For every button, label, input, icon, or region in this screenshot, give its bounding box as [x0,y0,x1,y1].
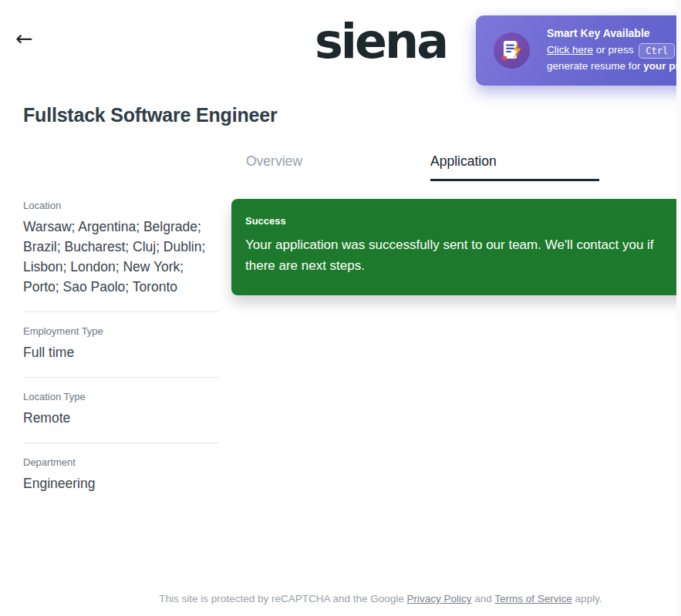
sidebar-section-department: Department Engineering [23,456,218,493]
sidebar-section-employment-type: Employment Type Full time [23,325,218,362]
smart-key-shortcut-line: Click here or press Ctrl+Q [547,42,676,59]
recaptcha-notice: This site is protected by reCAPTCHA and … [0,593,676,604]
active-tab-indicator [430,179,599,181]
smart-key-banner: Smart Key Available Click here or press … [476,15,676,86]
scrollbar-track[interactable] [676,0,681,616]
and-text: and [472,593,495,604]
apply-text: apply. [572,593,602,604]
employment-type-label: Employment Type [23,325,218,337]
location-value: Warsaw; Argentina; Belgrade; Brazil; Buc… [23,217,218,297]
tab-overview[interactable]: Overview [246,153,302,170]
job-details-sidebar: Location Warsaw; Argentina; Belgrade; Br… [23,200,218,493]
location-label: Location [23,200,218,211]
department-value: Engineering [23,473,218,493]
success-alert-message-line-2: there are next steps. [245,255,676,276]
employment-type-value: Full time [23,342,218,362]
click-here-link[interactable]: Click here [547,44,593,56]
privacy-policy-link[interactable]: Privacy Policy [407,593,472,604]
page-viewport: ← siena Smart Key Available Click here o… [0,0,676,616]
your-profile-text: your profile [643,60,676,72]
ctrl-key-badge: Ctrl [639,43,675,59]
sidebar-divider [23,377,218,378]
tab-application[interactable]: Application [430,153,497,170]
terms-of-service-link[interactable]: Terms of Service [494,593,572,604]
smart-key-title: Smart Key Available [547,27,676,39]
press-text: or press [593,44,636,56]
recaptcha-text: This site is protected by reCAPTCHA and … [159,593,406,604]
smart-key-text: Smart Key Available Click here or press … [547,27,676,74]
sidebar-divider [23,443,218,443]
success-alert: Success Your application was successfull… [231,199,676,295]
generate-resume-text: generate resume for [547,60,643,72]
location-type-label: Location Type [23,391,218,402]
sidebar-divider [23,311,218,312]
content-wrapper: ← siena Smart Key Available Click here o… [0,0,676,616]
location-type-value: Remote [23,408,218,428]
sidebar-section-location: Location Warsaw; Argentina; Belgrade; Br… [23,200,218,297]
smart-key-description-line: generate resume for your profile [547,59,676,74]
department-label: Department [23,456,218,468]
success-alert-message-line-1: Your application was successfully sent t… [245,234,676,255]
job-title: Fullstack Software Engineer [23,104,277,126]
sidebar-section-location-type: Location Type Remote [23,391,218,428]
success-alert-title: Success [245,215,676,227]
smart-key-document-icon [494,32,530,69]
